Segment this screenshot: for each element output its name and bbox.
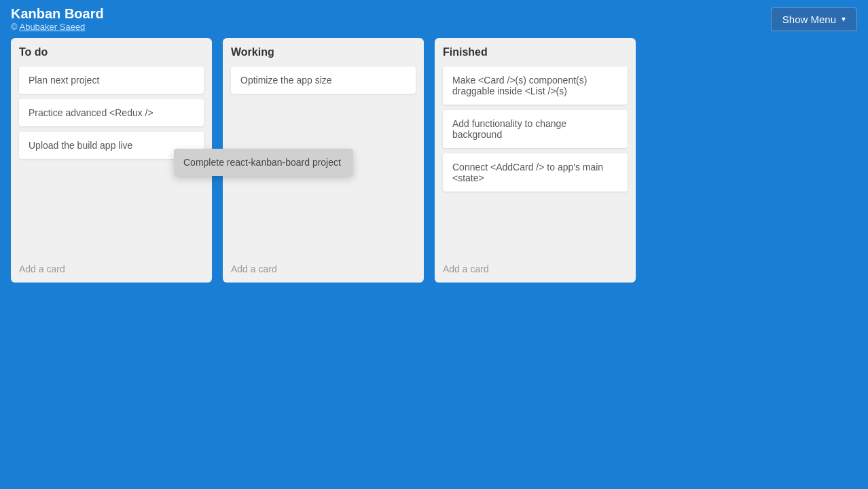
app-title: Kanban Board [11,6,104,22]
card-dragging[interactable]: Complete react-kanban-board project [174,149,353,176]
header-title: Kanban Board © Abubaker Saeed [11,6,104,32]
kanban-board: To do Plan next project Practice advance… [0,38,868,283]
card-working-1[interactable]: Optimize the app size [231,67,416,94]
card-todo-2[interactable]: Practice advanced <Redux /> [19,99,204,126]
column-working: Working Optimize the app size Complete r… [223,38,424,283]
add-card-todo[interactable]: Add a card [19,258,204,274]
column-finished: Finished Make <Card />(s) component(s) d… [435,38,636,283]
column-title-finished: Finished [443,46,628,58]
column-title-todo: To do [19,46,204,58]
card-finished-2[interactable]: Add functionality to change background [443,110,628,148]
add-card-working[interactable]: Add a card [231,258,416,274]
header: Kanban Board © Abubaker Saeed Show Menu … [0,0,868,38]
app-subtitle: © Abubaker Saeed [11,22,104,32]
author-link[interactable]: Abubaker Saeed [19,22,85,32]
card-finished-3[interactable]: Connect <AddCard /> to app's main <state… [443,153,628,192]
card-todo-1[interactable]: Plan next project [19,67,204,94]
show-menu-button[interactable]: Show Menu ▾ [771,7,857,31]
show-menu-label: Show Menu [782,14,836,25]
column-title-working: Working [231,46,416,58]
add-card-finished[interactable]: Add a card [443,258,628,274]
chevron-down-icon: ▾ [842,14,846,24]
card-finished-1[interactable]: Make <Card />(s) component(s) draggable … [443,67,628,105]
